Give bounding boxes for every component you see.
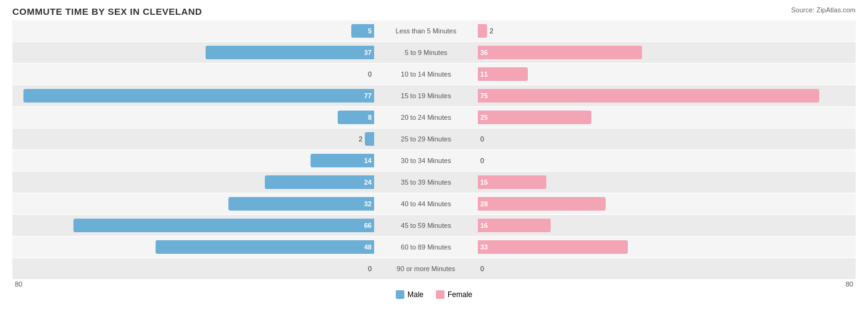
left-side: 32 <box>12 193 377 214</box>
left-side: 5 <box>12 20 377 41</box>
table-row: 7715 to 19 Minutes75 <box>12 85 856 106</box>
male-value: 48 <box>364 243 374 251</box>
right-side: 15 <box>475 172 840 193</box>
table-row: 4860 to 89 Minutes33 <box>12 237 856 258</box>
left-side: 37 <box>12 42 377 63</box>
table-row: 820 to 24 Minutes25 <box>12 107 856 128</box>
left-side: 48 <box>12 237 377 258</box>
axis-right: 80 <box>846 280 853 288</box>
row-label: 5 to 9 Minutes <box>377 49 475 56</box>
female-value-zero: 0 <box>480 265 484 272</box>
left-side: 77 <box>12 85 377 106</box>
female-value-outside: 2 <box>490 27 493 35</box>
female-value-zero: 0 <box>480 135 484 143</box>
male-value-outside: 2 <box>359 135 362 143</box>
table-row: 5Less than 5 Minutes2 <box>12 20 856 41</box>
table-row: 1430 to 34 Minutes0 <box>12 150 856 171</box>
male-value: 24 <box>364 178 374 186</box>
row-label: 10 to 14 Minutes <box>377 70 475 78</box>
right-side: 11 <box>475 64 840 85</box>
table-row: 010 to 14 Minutes11 <box>12 64 856 85</box>
female-value: 25 <box>478 114 488 121</box>
row-label: 30 to 34 Minutes <box>377 157 475 164</box>
female-value: 15 <box>478 178 488 186</box>
legend: Male Female <box>12 290 856 299</box>
row-label: 60 to 89 Minutes <box>377 243 475 251</box>
row-label: 20 to 24 Minutes <box>377 114 475 121</box>
chart-title: COMMUTE TIME BY SEX IN CLEVELAND <box>12 6 856 17</box>
table-row: 090 or more Minutes0 <box>12 258 856 279</box>
female-value: 36 <box>478 49 488 56</box>
female-value: 28 <box>478 200 488 208</box>
female-value: 16 <box>478 222 488 229</box>
legend-male: Male <box>396 290 424 299</box>
right-side: 0 <box>475 258 840 279</box>
right-side: 75 <box>475 85 840 106</box>
male-value: 5 <box>368 27 374 35</box>
female-value-zero: 0 <box>480 157 484 164</box>
legend-female: Female <box>436 290 472 299</box>
row-label: 90 or more Minutes <box>377 265 475 272</box>
male-value: 77 <box>364 92 374 99</box>
left-side: 0 <box>12 258 377 279</box>
male-value: 32 <box>364 200 374 208</box>
male-value: 8 <box>368 114 374 121</box>
source-label: Source: ZipAtlas.com <box>791 6 856 14</box>
left-side: 14 <box>12 150 377 171</box>
left-side: 8 <box>12 107 377 128</box>
legend-male-label: Male <box>407 290 424 299</box>
legend-female-box <box>436 290 444 299</box>
male-value-zero: 0 <box>368 265 372 272</box>
right-side: 16 <box>475 215 840 236</box>
table-row: 6645 to 59 Minutes16 <box>12 215 856 236</box>
left-side: 0 <box>12 64 377 85</box>
right-side: 33 <box>475 237 840 258</box>
table-row: 2435 to 39 Minutes15 <box>12 172 856 193</box>
row-label: 35 to 39 Minutes <box>377 178 475 186</box>
male-value: 14 <box>364 157 374 164</box>
row-label: 40 to 44 Minutes <box>377 200 475 208</box>
right-side: 25 <box>475 107 840 128</box>
left-side: 66 <box>12 215 377 236</box>
right-side: 36 <box>475 42 840 63</box>
right-side: 0 <box>475 150 840 171</box>
row-label: 45 to 59 Minutes <box>377 222 475 229</box>
male-value: 37 <box>364 49 374 56</box>
row-label: 15 to 19 Minutes <box>377 92 475 99</box>
left-side: 2 <box>12 128 377 149</box>
table-row: 225 to 29 Minutes0 <box>12 128 856 149</box>
female-value: 33 <box>478 243 488 251</box>
male-value-zero: 0 <box>368 70 372 78</box>
axis-labels: 80 80 <box>12 280 856 288</box>
chart-container: COMMUTE TIME BY SEX IN CLEVELAND Source:… <box>0 0 868 323</box>
right-side: 28 <box>475 193 840 214</box>
right-side: 0 <box>475 128 840 149</box>
table-row: 3240 to 44 Minutes28 <box>12 193 856 214</box>
left-side: 24 <box>12 172 377 193</box>
right-side: 2 <box>475 20 840 41</box>
legend-female-label: Female <box>448 290 472 299</box>
row-label: Less than 5 Minutes <box>377 27 475 35</box>
female-value: 11 <box>478 70 488 78</box>
row-label: 25 to 29 Minutes <box>377 135 475 143</box>
female-value: 75 <box>478 92 488 99</box>
legend-male-box <box>396 290 404 299</box>
bars-area: 5Less than 5 Minutes2375 to 9 Minutes360… <box>12 20 856 279</box>
axis-left: 80 <box>15 280 22 288</box>
male-value: 66 <box>364 222 374 229</box>
table-row: 375 to 9 Minutes36 <box>12 42 856 63</box>
